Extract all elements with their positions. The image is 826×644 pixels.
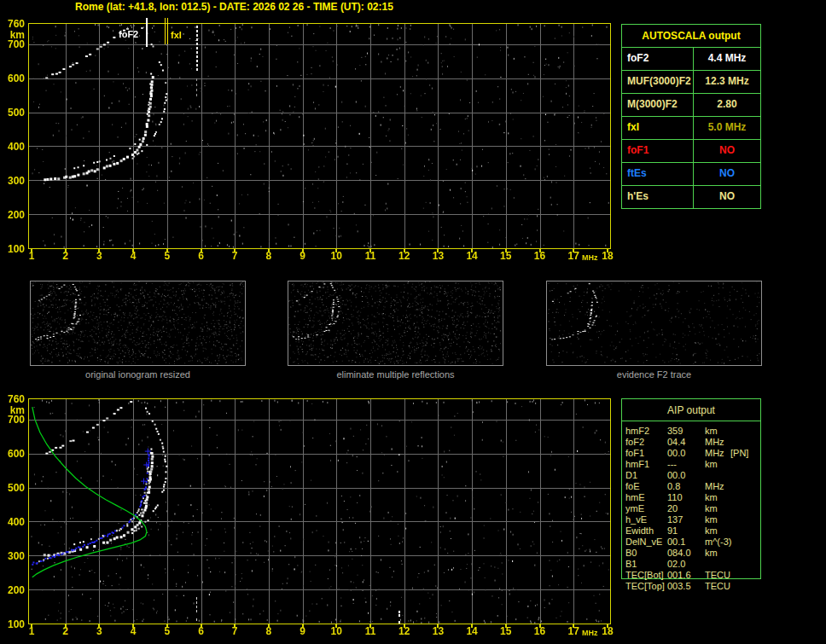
x-axis-unit-label: MHz [582, 254, 598, 262]
aip-unit: MHz [705, 481, 730, 492]
autoscala-row-label: ftEs [622, 163, 694, 185]
x-axis-tick-mark [335, 624, 337, 628]
autoscala-row-value: 5.0 MHz [694, 117, 760, 139]
bottom-ionogram-canvas [29, 399, 610, 624]
aip-value: 00.0 [667, 448, 705, 459]
x-axis-tick-mark [98, 624, 100, 628]
aip-note [730, 581, 761, 592]
top-ionogram-canvas [29, 24, 610, 248]
top-ionogram-plot [28, 23, 611, 249]
y-tick-label: 300 [0, 551, 25, 561]
aip-unit: km [705, 459, 730, 470]
x-axis-tick-mark [505, 249, 507, 252]
aip-unit: km [705, 525, 730, 537]
aip-note [730, 514, 761, 525]
aip-row-hmF1: hmF1---km [621, 459, 761, 470]
x-axis-tick-mark [132, 624, 134, 628]
y-tick-label: 500 [0, 107, 25, 118]
aip-name: hmE [621, 492, 667, 503]
x-axis-tick-mark [573, 624, 574, 628]
aip-value: 110 [667, 492, 705, 503]
x-axis-tick-mark [335, 249, 337, 252]
aip-table-header: AIP output [621, 405, 761, 415]
y-tick-label: 500 [0, 483, 25, 493]
foF2-marker-label: foF2 [119, 30, 138, 39]
aip-value: 137 [667, 514, 705, 525]
y-axis-unit-label: km [0, 405, 25, 415]
x-axis-tick-mark [65, 249, 67, 252]
x-axis-tick-mark [539, 624, 541, 628]
aip-name: foF2 [621, 437, 667, 448]
aip-unit: km [705, 503, 730, 514]
x-axis-tick-mark [166, 249, 168, 252]
aip-name: TEC[Bot] [621, 570, 667, 581]
aip-row-TEC[Top]: TEC[Top]003.5TECU [621, 581, 761, 592]
autoscala-row-label: M(3000)F2 [622, 94, 694, 116]
aip-note [730, 492, 761, 503]
x-axis-tick-mark [471, 624, 473, 628]
x-axis-tick-mark [302, 249, 304, 252]
x-axis-tick-mark [268, 249, 270, 252]
aip-unit: MHz [705, 437, 730, 448]
aip-unit: TECU [705, 570, 730, 581]
thumbnail-eliminate-reflections [288, 281, 503, 366]
aip-unit: km [705, 514, 730, 525]
x-axis-tick-mark [31, 624, 32, 628]
aip-name: foF1 [621, 448, 667, 459]
y-tick-label: 400 [0, 142, 25, 152]
aip-row-B1: B102.0 [621, 559, 761, 570]
aip-name: foE [621, 481, 667, 492]
thumbnail-eliminate-canvas [288, 281, 503, 365]
aip-row-Ewidth: Ewidth91km [621, 525, 761, 537]
y-tick-label: 600 [0, 449, 25, 459]
aip-unit: TECU [705, 581, 730, 592]
autoscala-row-h'Es: h'EsNO [622, 186, 760, 208]
x-axis-tick-mark [607, 624, 608, 628]
aip-unit: km [705, 548, 730, 559]
aip-note [730, 503, 761, 514]
aip-row-TEC[Bot]: TEC[Bot]001.6TECU [621, 570, 761, 581]
y-tick-label: 760 [0, 19, 25, 29]
aip-row-hmF2: hmF2359km [621, 426, 761, 437]
thumbnail-evidence-f2-trace [546, 281, 762, 366]
autoscala-row-label: foF1 [622, 140, 694, 162]
aip-row-D1: D100.0 [621, 470, 761, 481]
aip-value: 00.0 [667, 470, 705, 481]
x-axis-tick-mark [437, 624, 439, 628]
bottom-ionogram-plot [28, 398, 611, 624]
aip-note [730, 570, 761, 581]
aip-value: 20 [667, 503, 705, 514]
aip-note: [PN] [730, 448, 761, 459]
thumbnail-evidence-canvas [547, 281, 761, 365]
aip-name: D1 [621, 470, 667, 481]
x-axis-tick-mark [132, 249, 134, 252]
aip-row-h_vE: h_vE137km [621, 514, 761, 525]
y-tick-label: 760 [0, 394, 25, 404]
aip-value: 359 [667, 426, 705, 437]
thumbnail-original-canvas [31, 281, 245, 365]
x-axis-tick-mark [31, 249, 32, 252]
autoscala-row-label: h'Es [622, 186, 694, 208]
fxI-marker-line [165, 18, 166, 44]
y-tick-label: 200 [0, 585, 25, 595]
station-title: Rome (lat: +41.8, lon: 012.5) - DATE: 20… [75, 1, 393, 13]
autoscala-row-value: 4.4 MHz [694, 48, 760, 70]
aip-name: B1 [621, 559, 667, 570]
aip-row-hmE: hmE110km [621, 492, 761, 503]
autoscala-row-MUF(3000)F2: MUF(3000)F212.3 MHz [622, 71, 760, 94]
x-axis-tick-mark [437, 249, 439, 252]
autoscala-row-label: fxI [622, 117, 694, 139]
aip-value: 04.4 [667, 437, 705, 448]
autoscala-row-M(3000)F2: M(3000)F22.80 [622, 94, 760, 117]
y-tick-label: 300 [0, 176, 25, 186]
aip-name: B0 [621, 548, 667, 559]
x-axis-tick-mark [404, 249, 405, 252]
autoscala-row-foF1: foF1NO [622, 140, 760, 163]
aip-row-foF1: foF100.0MHz[PN] [621, 448, 761, 459]
aip-value: 0.8 [667, 481, 705, 492]
x-axis-tick-mark [98, 249, 100, 252]
x-axis-tick-mark [607, 249, 608, 252]
aip-value: 02.0 [667, 559, 705, 570]
aip-name: ymE [621, 503, 667, 514]
x-axis-tick-mark [166, 624, 168, 628]
